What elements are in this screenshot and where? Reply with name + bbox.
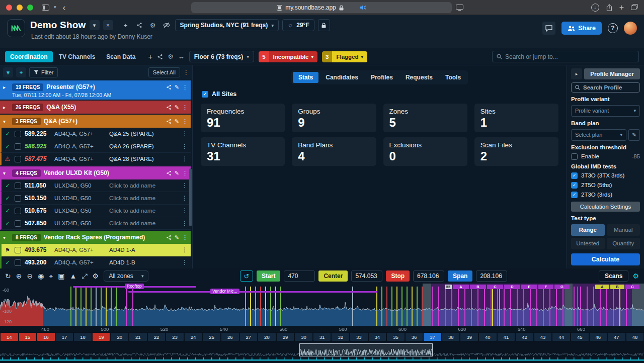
- close-show-button[interactable]: ×: [103, 20, 113, 30]
- flagged-filter-button[interactable]: 3 Flagged▾: [322, 51, 367, 62]
- channel-name[interactable]: Click to add name: [109, 220, 178, 226]
- threshold-value[interactable]: -85: [631, 153, 640, 159]
- test-type-quantity[interactable]: Quantity: [607, 238, 640, 249]
- soundbase-logo[interactable]: [7, 19, 25, 37]
- select-all-button[interactable]: Select All: [148, 67, 180, 77]
- freq-group-header[interactable]: ▾8 FREQSVendor Rack Spares (Programmed)✎…: [0, 231, 191, 244]
- share-show-icon[interactable]: [134, 20, 144, 30]
- gear-icon[interactable]: ⚙: [148, 20, 158, 30]
- row-checkbox[interactable]: [15, 220, 21, 227]
- tv-channel-16[interactable]: 16: [37, 333, 55, 341]
- kebab-icon[interactable]: ⋮: [182, 84, 188, 90]
- channel-name[interactable]: AD4D 1-B: [109, 259, 178, 265]
- spectrum-overview[interactable]: [0, 342, 644, 361]
- tab-requests[interactable]: Requests: [400, 72, 438, 83]
- comments-button[interactable]: [542, 22, 555, 35]
- tv-channel-30[interactable]: 30: [295, 333, 312, 341]
- incompatible-filter-button[interactable]: 5 Incompatible▾: [259, 51, 317, 62]
- zone-selector[interactable]: Floor 6 (73 freqs) ▾: [189, 51, 254, 62]
- tv-channel-28[interactable]: 28: [258, 333, 276, 341]
- share-icon[interactable]: [157, 54, 163, 60]
- tv-channel-22[interactable]: 22: [148, 333, 166, 341]
- crosshair-icon[interactable]: ⌖: [49, 273, 53, 280]
- edit-icon[interactable]: ✎: [175, 234, 179, 241]
- window-minimize-button[interactable]: [17, 5, 23, 11]
- history-button[interactable]: ↺: [240, 270, 253, 282]
- tv-channel-23[interactable]: 23: [166, 333, 184, 341]
- tv-channel-44[interactable]: 44: [552, 333, 570, 341]
- zoom-out-icon[interactable]: ⊖: [27, 273, 33, 280]
- kebab-icon[interactable]: ⋮: [182, 155, 188, 162]
- downloads-icon[interactable]: ↓: [591, 4, 599, 12]
- kebab-icon[interactable]: ⋮: [182, 259, 188, 266]
- channel-name[interactable]: AD4D 1-A: [109, 247, 178, 253]
- screen-mirroring-icon[interactable]: [456, 5, 463, 11]
- tv-channel-27[interactable]: 27: [240, 333, 258, 341]
- test-type-range[interactable]: Range: [571, 224, 605, 236]
- collapse-panel-button[interactable]: ▸: [571, 68, 582, 79]
- tv-channel-21[interactable]: 21: [129, 333, 147, 341]
- help-button[interactable]: ?: [608, 23, 618, 33]
- overview-selection-window[interactable]: [299, 343, 433, 356]
- share-button[interactable]: Share: [561, 22, 602, 35]
- profile-search[interactable]: Search Profile: [571, 82, 640, 93]
- add-group-button[interactable]: +: [16, 67, 26, 77]
- edit-icon[interactable]: ✎: [175, 170, 179, 176]
- tv-channel-17[interactable]: 17: [56, 333, 73, 341]
- start-value-input[interactable]: [284, 270, 315, 282]
- channel-name[interactable]: Q&A 25 (SPARE): [109, 131, 178, 137]
- tab-tools[interactable]: Tools: [440, 72, 466, 83]
- freq-group-header[interactable]: ▸26 FREQSQ&A (X55)✎⋮: [0, 101, 191, 114]
- test-type-untested[interactable]: Untested: [571, 238, 605, 249]
- kebab-icon[interactable]: ⋮: [182, 182, 188, 189]
- tv-channel-35[interactable]: 35: [387, 333, 405, 341]
- kebab-icon[interactable]: ⋮: [182, 130, 188, 137]
- show-switcher-chevron[interactable]: ▾: [90, 20, 100, 30]
- freq-row[interactable]: ⚠587.475AD4Q-A, G57+Q&A 28 (SPARE)⋮: [0, 153, 191, 165]
- share-icon[interactable]: [166, 170, 172, 176]
- swap-arrows-icon[interactable]: ↔: [178, 53, 185, 60]
- tv-channel-40[interactable]: 40: [479, 333, 497, 341]
- row-checkbox[interactable]: [15, 131, 21, 137]
- freq-row[interactable]: ✓510.675ULXD4D, G50Click to add name⋮: [0, 205, 191, 217]
- imd-test-row[interactable]: ✓2T3O (3rds): [571, 192, 640, 198]
- scans-button[interactable]: Scans: [599, 270, 628, 282]
- freq-row[interactable]: ✓589.225AD4Q-A, G57+Q&A 25 (SPARE)⋮: [0, 128, 191, 140]
- checkbox[interactable]: ✓: [202, 91, 208, 98]
- group-expand-icon[interactable]: ▾: [3, 235, 9, 240]
- spectrum-canvas[interactable]: [0, 284, 644, 326]
- tv-channel-45[interactable]: 45: [571, 333, 589, 341]
- checkbox[interactable]: ✓: [571, 172, 578, 179]
- tv-channel-41[interactable]: 41: [498, 333, 515, 341]
- tab-tv-channels[interactable]: TV Channels: [54, 51, 101, 62]
- share-icon[interactable]: [166, 235, 172, 240]
- kebab-icon[interactable]: ⋮: [182, 220, 188, 227]
- weather-button[interactable]: ☼ 29°F: [282, 19, 314, 31]
- share-icon[interactable]: [166, 119, 172, 124]
- eye-off-icon[interactable]: [162, 20, 172, 30]
- imd-test-row[interactable]: ✓3T3O (3TX 3rds): [571, 172, 640, 179]
- tv-channel-34[interactable]: 34: [369, 333, 386, 341]
- kebab-icon[interactable]: ⋮: [182, 207, 188, 214]
- group-expand-icon[interactable]: ▸: [3, 84, 9, 90]
- freq-row[interactable]: ✓586.925AD4Q-A, G57+Q&A 26 (SPARE)⋮: [0, 140, 191, 153]
- kebab-icon[interactable]: ⋮: [182, 170, 188, 176]
- venue-selector[interactable]: Spring Studios, NYC (91 freqs) ▾: [175, 19, 279, 31]
- window-zoom-button[interactable]: [27, 5, 33, 11]
- tv-channel-37[interactable]: 37: [424, 333, 441, 341]
- tv-channel-33[interactable]: 33: [350, 333, 368, 341]
- tv-channel-29[interactable]: 29: [277, 333, 294, 341]
- freq-group-header[interactable]: ▾3 FREQSQ&A (G57+)✎⋮: [0, 115, 191, 128]
- spectrum-plot[interactable]: RooftopVendor Mic...55ABCDEFGABC -60-80-…: [0, 284, 644, 326]
- tv-channel-46[interactable]: 46: [590, 333, 607, 341]
- freq-row[interactable]: ✓510.150ULXD4D, G50Click to add name⋮: [0, 192, 191, 205]
- audio-playing-icon[interactable]: [360, 5, 366, 11]
- sync-icon[interactable]: ↻: [5, 273, 11, 280]
- tab-overview-icon[interactable]: [631, 4, 638, 11]
- tv-channel-25[interactable]: 25: [203, 333, 220, 341]
- kebab-icon[interactable]: ⋮: [182, 246, 188, 253]
- row-checkbox[interactable]: [15, 156, 21, 162]
- tv-channel-31[interactable]: 31: [313, 333, 331, 341]
- freq-group-header[interactable]: ▸19 FREQSPresenter (G57+)✎⋮Tue, 07/11 12…: [0, 80, 191, 100]
- tv-channel-42[interactable]: 42: [516, 333, 533, 341]
